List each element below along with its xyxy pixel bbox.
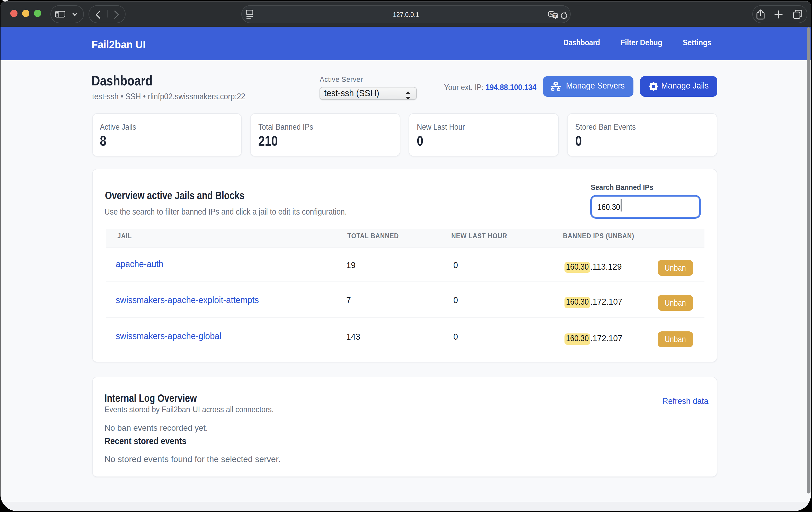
- svg-text:A: A: [549, 11, 552, 16]
- svg-text:文: 文: [553, 13, 557, 17]
